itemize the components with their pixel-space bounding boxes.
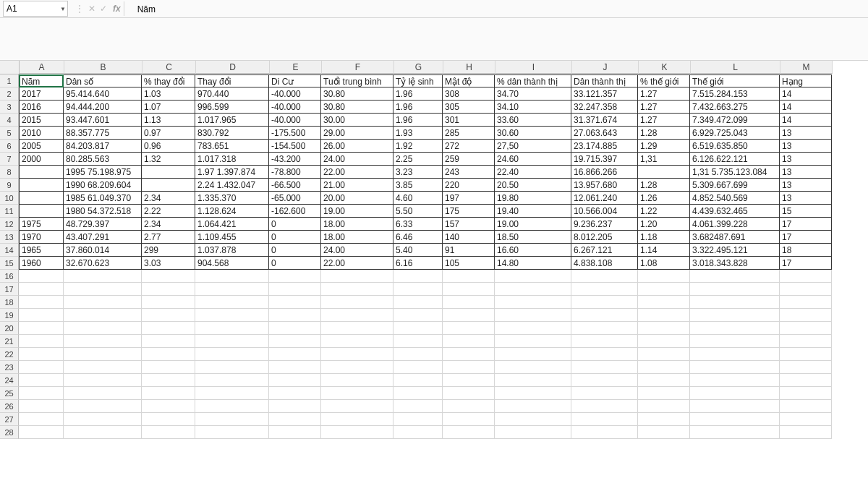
cell-F7[interactable]: 24.00 <box>321 153 393 166</box>
col-header-M[interactable]: M <box>780 61 833 74</box>
cell-J28[interactable] <box>571 426 638 439</box>
cell-L1[interactable]: Thế giới <box>690 74 780 87</box>
cell-L18[interactable] <box>690 296 780 309</box>
cell-L10[interactable]: 4.852.540.569 <box>690 192 780 205</box>
cell-A18[interactable] <box>19 296 64 309</box>
cell-F18[interactable] <box>321 296 393 309</box>
cell-F27[interactable] <box>321 413 393 426</box>
cell-C9[interactable] <box>142 179 195 192</box>
row-header-2[interactable]: 2 <box>0 87 19 101</box>
cell-I7[interactable]: 24.60 <box>495 153 571 166</box>
cell-E4[interactable]: -40.000 <box>269 114 321 127</box>
cell-K19[interactable] <box>638 309 690 322</box>
cell-H4[interactable]: 301 <box>443 114 495 127</box>
cell-E27[interactable] <box>269 413 321 426</box>
cell-M18[interactable] <box>780 296 832 309</box>
cell-L8[interactable]: 1,31 5.735.123.084 <box>690 166 780 179</box>
cell-C11[interactable]: 2.22 <box>142 205 195 218</box>
row-header-3[interactable]: 3 <box>0 101 19 114</box>
cell-J1[interactable]: Dân thành thị <box>571 74 638 87</box>
cell-J21[interactable] <box>571 335 638 348</box>
cell-G2[interactable]: 1.96 <box>393 87 443 101</box>
cell-B24[interactable] <box>64 374 142 387</box>
cell-H24[interactable] <box>443 374 495 387</box>
cell-D22[interactable] <box>195 348 269 361</box>
cell-F12[interactable]: 18.00 <box>321 218 393 231</box>
cell-K18[interactable] <box>638 296 690 309</box>
cell-D17[interactable] <box>195 283 269 296</box>
cell-D10[interactable]: 1.335.370 <box>195 192 269 205</box>
cell-E17[interactable] <box>269 283 321 296</box>
cell-I1[interactable]: % dân thành thị <box>495 74 571 87</box>
cell-H11[interactable]: 175 <box>443 205 495 218</box>
cell-K16[interactable] <box>638 270 690 283</box>
cell-H22[interactable] <box>443 348 495 361</box>
cell-J22[interactable] <box>571 348 638 361</box>
row-header-13[interactable]: 13 <box>0 231 19 244</box>
cell-D25[interactable] <box>195 387 269 400</box>
cell-M19[interactable] <box>780 309 832 322</box>
cell-H17[interactable] <box>443 283 495 296</box>
cell-C8[interactable] <box>142 166 195 179</box>
cell-E11[interactable]: -162.600 <box>269 205 321 218</box>
cell-A5[interactable]: 2010 <box>19 127 64 140</box>
cell-M28[interactable] <box>780 426 832 439</box>
cell-J11[interactable]: 10.566.004 <box>571 205 638 218</box>
cell-J25[interactable] <box>571 387 638 400</box>
cell-G16[interactable] <box>393 270 443 283</box>
col-header-B[interactable]: B <box>64 61 142 74</box>
cancel-icon[interactable]: ✕ <box>88 4 95 14</box>
cell-H15[interactable]: 105 <box>443 257 495 270</box>
cell-I10[interactable]: 19.80 <box>495 192 571 205</box>
cell-F21[interactable] <box>321 335 393 348</box>
cell-G3[interactable]: 1.96 <box>393 101 443 114</box>
row-header-19[interactable]: 19 <box>0 309 19 322</box>
cell-G11[interactable]: 5.50 <box>393 205 443 218</box>
cell-K26[interactable] <box>638 400 690 413</box>
row-header-11[interactable]: 11 <box>0 205 19 218</box>
cell-I25[interactable] <box>495 387 571 400</box>
cell-C24[interactable] <box>142 374 195 387</box>
cell-D14[interactable]: 1.037.878 <box>195 244 269 257</box>
cell-B4[interactable]: 93.447.601 <box>64 114 142 127</box>
cell-I6[interactable]: 27,50 <box>495 140 571 153</box>
cell-L2[interactable]: 7.515.284.153 <box>690 87 780 101</box>
cell-F16[interactable] <box>321 270 393 283</box>
cell-J23[interactable] <box>571 361 638 374</box>
cell-H13[interactable]: 140 <box>443 231 495 244</box>
cell-I28[interactable] <box>495 426 571 439</box>
cell-I22[interactable] <box>495 348 571 361</box>
cell-F22[interactable] <box>321 348 393 361</box>
cell-C1[interactable]: % thay đổi <box>142 74 195 87</box>
cell-K24[interactable] <box>638 374 690 387</box>
row-header-27[interactable]: 27 <box>0 413 19 426</box>
cell-E3[interactable]: -40.000 <box>269 101 321 114</box>
cell-D7[interactable]: 1.017.318 <box>195 153 269 166</box>
cell-F1[interactable]: Tuổi trung bình <box>321 74 393 87</box>
cell-K27[interactable] <box>638 413 690 426</box>
cell-H16[interactable] <box>443 270 495 283</box>
cell-A6[interactable]: 2005 <box>19 140 64 153</box>
cell-L21[interactable] <box>690 335 780 348</box>
cell-H25[interactable] <box>443 387 495 400</box>
cell-E1[interactable]: Di Cư <box>269 74 321 87</box>
cell-H7[interactable]: 259 <box>443 153 495 166</box>
cell-H23[interactable] <box>443 361 495 374</box>
cell-C25[interactable] <box>142 387 195 400</box>
cell-B16[interactable] <box>64 270 142 283</box>
cell-I20[interactable] <box>495 322 571 335</box>
cell-B26[interactable] <box>64 400 142 413</box>
cell-B5[interactable]: 88.357.775 <box>64 127 142 140</box>
cell-J24[interactable] <box>571 374 638 387</box>
cell-C14[interactable]: 299 <box>142 244 195 257</box>
cell-E9[interactable]: -66.500 <box>269 179 321 192</box>
cell-K8[interactable] <box>638 166 690 179</box>
row-header-6[interactable]: 6 <box>0 140 19 153</box>
cell-K11[interactable]: 1.22 <box>638 205 690 218</box>
cell-A24[interactable] <box>19 374 64 387</box>
cell-J7[interactable]: 19.715.397 <box>571 153 638 166</box>
cell-C23[interactable] <box>142 361 195 374</box>
cell-H27[interactable] <box>443 413 495 426</box>
cell-K15[interactable]: 1.08 <box>638 257 690 270</box>
row-header-22[interactable]: 22 <box>0 348 19 361</box>
